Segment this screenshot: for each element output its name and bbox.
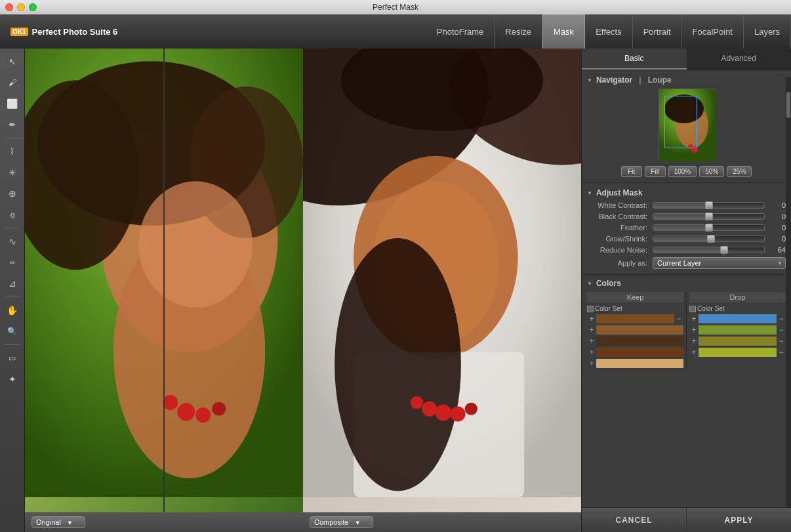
colors-triangle: ▼ [587,281,592,287]
right-panel: Basic Advanced ▼ Navigator | Loupe [581,49,791,532]
tab-mask[interactable]: Mask [542,14,585,49]
reduce-noise-slider[interactable] [653,247,765,253]
original-dropdown[interactable]: Original ▼ [31,516,85,528]
keep-add-btn-1[interactable]: + [587,314,596,323]
drop-add-btn-2[interactable]: + [689,325,699,335]
scrollbar-thumb[interactable] [786,92,790,118]
keep-add-btn-5[interactable]: + [587,359,596,368]
keep-colorset-row: Color Set [587,305,683,312]
tab-effects[interactable]: Effects [585,14,633,49]
maximize-button[interactable] [29,3,37,11]
drop-remove-btn-1[interactable]: − [777,314,786,323]
pen-tool[interactable]: ✒ [3,115,22,134]
minimize-button[interactable] [17,3,25,11]
keep-add-btn-3[interactable]: + [587,337,596,346]
black-contrast-label: Black Contrast: [587,213,653,220]
apply-as-value: Current Layer [657,259,701,267]
window-title: Perfect Mask [373,3,418,12]
zoom-fill-btn[interactable]: Fill [645,166,666,177]
drop-color-bar-3 [699,337,777,346]
cursor-tool[interactable]: ↖ [3,52,22,71]
drop-add-btn-1[interactable]: + [689,314,699,323]
svg-point-10 [212,402,226,416]
drop-remove-btn-2[interactable]: − [777,325,786,335]
zoom-50-btn[interactable]: 50% [699,166,724,177]
magic-wand-tool[interactable]: ✳ [3,163,22,182]
keep-remove-btn-1[interactable]: − [674,314,683,323]
zoom-100-btn[interactable]: 100% [668,166,697,177]
rect-tool[interactable]: ▭ [3,349,22,367]
black-contrast-value: 0 [767,213,786,220]
tab-resize[interactable]: Resize [495,14,542,49]
eraser-tool[interactable]: ⬜ [3,94,22,113]
drop-remove-btn-4[interactable]: − [777,348,786,357]
canvas-label-left: Original ▼ [25,516,303,528]
apply-button[interactable]: APPLY [687,508,791,532]
paint2-tool[interactable]: ⊿ [3,274,22,293]
svg-point-8 [177,403,195,421]
composite-dropdown[interactable]: Composite ▼ [310,516,373,528]
tab-portrait[interactable]: Portrait [633,14,682,49]
keep-color-row-2: + [587,325,683,335]
navigator-section: ▼ Navigator | Loupe [582,70,791,183]
zoom-25-btn[interactable]: 25% [727,166,752,177]
svg-point-21 [435,405,451,421]
navigator-focus-rect [664,96,697,148]
colors-divider [686,292,687,370]
keep-add-btn-2[interactable]: + [587,325,596,335]
canvas-label-right: Composite ▼ [303,516,581,528]
zoom-plus-tool[interactable]: ⊕ [3,184,22,203]
adjust-mask-triangle: ▼ [587,190,592,196]
colors-title: Colors [596,279,621,288]
tab-layers[interactable]: Layers [744,14,791,49]
reduce-noise-label: Reduce Noise: [587,246,653,254]
loupe-link[interactable]: Loupe [648,75,672,85]
drop-add-btn-3[interactable]: + [689,337,699,346]
tool-separator-2 [5,228,20,228]
zoom-fit-btn[interactable]: Fit [621,166,642,177]
hand-tool[interactable]: ✋ [3,301,22,319]
apply-as-dropdown[interactable]: Current Layer ▼ [653,257,786,269]
traffic-lights [5,3,37,11]
panel-scrollbar[interactable] [786,77,791,507]
keep-color-bar-2 [596,325,683,335]
zoom-tool[interactable]: 🔍 [3,322,22,340]
white-contrast-slider[interactable] [653,202,765,209]
close-button[interactable] [5,3,13,11]
tab-photoframe[interactable]: PhotoFrame [426,14,495,49]
brush2-tool[interactable]: ✏ [3,253,22,272]
paint-tool[interactable]: ⌇ [3,142,22,161]
drop-add-btn-4[interactable]: + [689,348,699,357]
tab-basic[interactable]: Basic [582,49,687,70]
navigator-title: Navigator [596,75,632,85]
keep-colorset-label: Color Set [595,305,622,312]
eyedropper-tool[interactable]: ⌾ [3,205,22,224]
tab-advanced[interactable]: Advanced [687,49,792,70]
move-tool[interactable]: ✦ [3,370,22,388]
canvas-right [303,49,581,512]
navigator-thumbnail [659,89,715,161]
keep-column: Keep Color Set + − + [587,292,683,370]
adjust-mask-header: ▼ Adjust Mask [587,188,786,197]
feather-slider[interactable] [653,224,765,231]
drop-remove-btn-3[interactable]: − [777,337,786,346]
reduce-noise-row: Reduce Noise: 64 [587,246,786,254]
lasso-tool[interactable]: ∿ [3,232,22,251]
keep-color-row-1: + − [587,314,683,323]
black-contrast-slider[interactable] [653,213,765,220]
panel-content: ▼ Navigator | Loupe [582,70,791,507]
drop-color-bar-2 [699,325,777,335]
cancel-button[interactable]: CANCEL [582,508,687,532]
svg-point-20 [422,401,437,417]
tab-focalpoint[interactable]: FocalPoint [682,14,744,49]
colors-columns: Keep Color Set + − + [587,292,786,370]
white-contrast-value: 0 [767,201,786,209]
keep-color-row-4: + [587,348,683,357]
keep-add-btn-4[interactable]: + [587,348,596,357]
grow-shrink-slider[interactable] [653,235,765,242]
logo-badge: OK1 [10,28,28,36]
feather-label: Feather: [587,224,653,232]
svg-point-18 [335,238,461,491]
brush-tool[interactable]: 🖌 [3,73,22,92]
canvas-images [25,49,581,512]
